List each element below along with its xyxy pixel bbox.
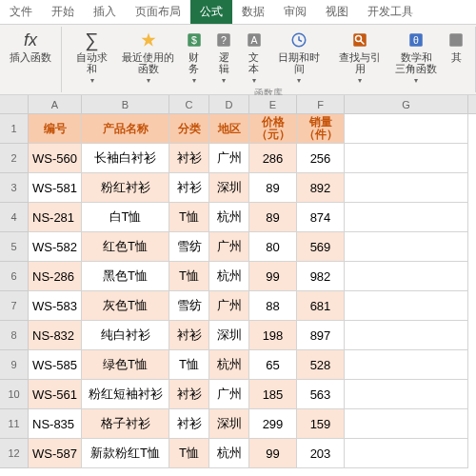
cell-product[interactable]: 粉红衬衫 — [82, 173, 169, 203]
tab-数据[interactable]: 数据 — [232, 0, 274, 24]
cell-category[interactable]: T恤 — [169, 350, 209, 380]
text-button[interactable]: A 文本 ▾ — [240, 29, 268, 87]
cell-empty[interactable] — [345, 173, 468, 203]
cell-product[interactable]: 黑色T恤 — [82, 262, 169, 291]
row-header-7[interactable]: 7 — [0, 291, 29, 321]
cell-empty[interactable] — [345, 262, 468, 291]
row-header-8[interactable]: 8 — [0, 321, 29, 350]
cell-category[interactable]: 衬衫 — [169, 321, 209, 350]
cell-empty[interactable] — [345, 144, 468, 173]
cell-price[interactable]: 198 — [249, 321, 297, 350]
col-header-e[interactable]: E — [249, 95, 297, 113]
cell-product[interactable]: 白T恤 — [82, 203, 169, 232]
row-header-12[interactable]: 12 — [0, 439, 29, 468]
cell-category[interactable]: T恤 — [169, 203, 209, 232]
cell-id[interactable]: NS-832 — [29, 321, 82, 350]
cell-category[interactable]: 衬衫 — [169, 144, 209, 173]
cell-region[interactable]: 广州 — [209, 232, 249, 262]
cell-sales[interactable]: 528 — [297, 350, 345, 380]
row-header-6[interactable]: 6 — [0, 262, 29, 291]
cell-sales[interactable]: 569 — [297, 232, 345, 262]
cell-product[interactable]: 格子衬衫 — [82, 409, 169, 439]
cell-region[interactable]: 深圳 — [209, 321, 249, 350]
cell-price[interactable]: 185 — [249, 380, 297, 409]
cell-id[interactable]: NS-286 — [29, 262, 82, 291]
cell-id[interactable]: WS-582 — [29, 232, 82, 262]
cell-product[interactable]: 灰色T恤 — [82, 291, 169, 321]
col-header-a[interactable]: A — [29, 95, 82, 113]
cell-id[interactable]: WS-583 — [29, 291, 82, 321]
cell-product[interactable]: 粉红短袖衬衫 — [82, 380, 169, 409]
header-sales[interactable]: 销量 （件） — [297, 114, 345, 144]
cell-sales[interactable]: 203 — [297, 439, 345, 468]
cell-region[interactable]: 广州 — [209, 291, 249, 321]
header-price[interactable]: 价格 （元） — [249, 114, 297, 144]
cell-empty[interactable] — [345, 439, 468, 468]
cell-region[interactable]: 深圳 — [209, 409, 249, 439]
cell-product[interactable]: 绿色T恤 — [82, 350, 169, 380]
header-product[interactable]: 产品名称 — [82, 114, 169, 144]
col-header-b[interactable]: B — [82, 95, 169, 113]
tab-页面布局[interactable]: 页面布局 — [126, 0, 190, 24]
autosum-button[interactable]: ∑ 自动求和 ▾ — [68, 29, 116, 87]
cell-category[interactable]: T恤 — [169, 262, 209, 291]
more-button[interactable]: 其 — [443, 29, 469, 87]
cell-sales[interactable]: 874 — [297, 203, 345, 232]
row-header-4[interactable]: 4 — [0, 203, 29, 232]
cell-product[interactable]: 纯白衬衫 — [82, 321, 169, 350]
cell-empty[interactable] — [345, 232, 468, 262]
col-header-d[interactable]: D — [209, 95, 249, 113]
cell-region[interactable]: 杭州 — [209, 262, 249, 291]
cell-region[interactable]: 杭州 — [209, 350, 249, 380]
cell-product[interactable]: 红色T恤 — [82, 232, 169, 262]
cell-empty[interactable] — [345, 291, 468, 321]
cell-region[interactable]: 杭州 — [209, 203, 249, 232]
cell-price[interactable]: 80 — [249, 232, 297, 262]
cell-category[interactable]: 衬衫 — [169, 409, 209, 439]
cell-region[interactable]: 深圳 — [209, 173, 249, 203]
tab-开发工具[interactable]: 开发工具 — [358, 0, 423, 24]
cell-id[interactable]: WS-587 — [29, 439, 82, 468]
cell-price[interactable]: 88 — [249, 291, 297, 321]
cell-region[interactable]: 广州 — [209, 144, 249, 173]
math-button[interactable]: θ 数学和 三角函数 ▾ — [391, 29, 441, 87]
cell-empty[interactable] — [345, 380, 468, 409]
col-header-g[interactable]: G — [345, 95, 468, 113]
row-header-1[interactable]: 1 — [0, 114, 29, 144]
cell-product[interactable]: 长袖白衬衫 — [82, 144, 169, 173]
row-header-9[interactable]: 9 — [0, 350, 29, 380]
cell-price[interactable]: 89 — [249, 173, 297, 203]
row-header-2[interactable]: 2 — [0, 144, 29, 173]
cell-sales[interactable]: 681 — [297, 291, 345, 321]
cell-id[interactable]: WS-585 — [29, 350, 82, 380]
row-header-11[interactable]: 11 — [0, 409, 29, 439]
col-header-c[interactable]: C — [169, 95, 209, 113]
header-region[interactable]: 地区 — [209, 114, 249, 144]
col-header-f[interactable]: F — [297, 95, 345, 113]
cell-id[interactable]: WS-561 — [29, 380, 82, 409]
cell-price[interactable]: 99 — [249, 262, 297, 291]
row-header-3[interactable]: 3 — [0, 173, 29, 203]
tab-文件[interactable]: 文件 — [0, 0, 42, 24]
cell-price[interactable]: 286 — [249, 144, 297, 173]
cell-empty[interactable] — [345, 114, 468, 144]
cell-region[interactable]: 广州 — [209, 380, 249, 409]
header-id[interactable]: 编号 — [29, 114, 82, 144]
cell-category[interactable]: 衬衫 — [169, 380, 209, 409]
row-header-5[interactable]: 5 — [0, 232, 29, 262]
cell-region[interactable]: 杭州 — [209, 439, 249, 468]
cell-id[interactable]: WS-560 — [29, 144, 82, 173]
logical-button[interactable]: ? 逻辑 ▾ — [210, 29, 239, 87]
insert-function-button[interactable]: fx 插入函数 — [6, 29, 55, 65]
lookup-button[interactable]: 查找与引用 ▾ — [330, 29, 389, 87]
tab-视图[interactable]: 视图 — [316, 0, 358, 24]
cell-sales[interactable]: 892 — [297, 173, 345, 203]
tab-审阅[interactable]: 审阅 — [274, 0, 316, 24]
cell-price[interactable]: 99 — [249, 439, 297, 468]
cell-empty[interactable] — [345, 350, 468, 380]
cell-price[interactable]: 65 — [249, 350, 297, 380]
select-all-corner[interactable] — [0, 95, 29, 113]
cell-product[interactable]: 新款粉红T恤 — [82, 439, 169, 468]
cell-sales[interactable]: 982 — [297, 262, 345, 291]
cell-empty[interactable] — [345, 321, 468, 350]
